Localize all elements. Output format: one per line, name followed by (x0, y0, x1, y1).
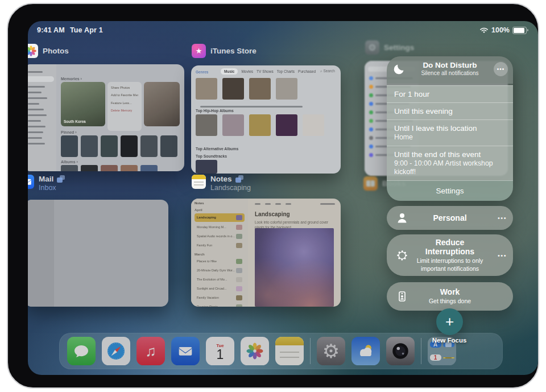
books-app-icon (363, 176, 378, 191)
notes-row-selected: Landscaping (195, 213, 245, 222)
photos-card-label: Photos (28, 44, 69, 58)
dock-mail-icon[interactable] (171, 337, 200, 365)
focus-work-button[interactable]: Work Get things done (387, 282, 513, 311)
wifi-icon (479, 27, 489, 34)
personal-more-button[interactable]: ••• (498, 214, 507, 221)
itunes-store-app-card[interactable]: Genres Music Movies TV Shows Top Charts … (191, 65, 341, 174)
mail-card-label: Mail Inbox (28, 175, 65, 192)
photos-card-title: Photos (43, 47, 69, 55)
do-not-disturb-header: Do Not Disturb Silence all notifications… (387, 56, 513, 84)
itunes-card-title: iTunes Store (210, 47, 257, 55)
itunes-tab-topcharts: Top Charts (277, 69, 295, 73)
notes-app-icon (192, 175, 206, 189)
itunes-genres-link: Genres (196, 70, 208, 74)
itunes-store-app-icon: ★ (192, 44, 206, 58)
app-switcher-screen: 9:41 AM Tue Apr 1 100% (28, 21, 538, 375)
photos-sidebar (28, 64, 56, 171)
personal-label: Personal (408, 213, 491, 222)
app-library-mini-calendar: 1 (430, 354, 441, 361)
focus-settings-button[interactable]: Settings (387, 180, 513, 201)
note-photo-iris (255, 228, 334, 307)
memory-thumb-south-korea: South Korea (61, 82, 105, 126)
mail-card-subtitle: Inbox (39, 184, 65, 192)
status-bar-left: 9:41 AM Tue Apr 1 (37, 26, 103, 34)
calendar-day: 1 (217, 348, 224, 361)
notes-card-label: Notes Landscaping (192, 175, 251, 192)
itunes-card-label: ★ iTunes Store (192, 44, 257, 58)
focus-personal-button[interactable]: Personal ••• (387, 206, 513, 230)
app-library-mini-notes (443, 357, 454, 358)
work-subtitle: Get things done (404, 298, 496, 305)
option-until-this-evening[interactable]: Until this evening (387, 102, 513, 119)
dock-calendar-icon[interactable]: Tue 1 (206, 337, 234, 365)
notes-group-march: March (195, 253, 245, 256)
focus-reduce-interruptions-button[interactable]: Reduce Interruptions Limit interruptions… (387, 234, 513, 276)
multiple-windows-icon (235, 175, 243, 183)
itunes-tab-purchased: Purchased (298, 69, 316, 73)
dock-divider (310, 338, 311, 364)
dock-safari-icon[interactable] (102, 337, 130, 365)
notes-group-april: April (195, 208, 245, 212)
itunes-section-hiphop: Top Hip-Hop Albums (196, 109, 234, 113)
dock-messages-icon[interactable] (67, 337, 96, 365)
notes-card-subtitle: Landscaping (210, 184, 251, 192)
itunes-tab-movies: Movies (241, 69, 253, 73)
photos-albums-header: Albums › (61, 160, 78, 164)
notes-sidebar: Notes April Landscaping Monday Morning M… (191, 199, 248, 307)
do-not-disturb-more-button[interactable]: ••• (494, 62, 508, 76)
battery-icon (512, 27, 527, 34)
photos-pinned-row (61, 135, 177, 157)
dock-weather-icon[interactable] (351, 337, 380, 365)
work-title: Work (415, 287, 485, 296)
photos-app-icon (28, 44, 38, 58)
itunes-section-soundtracks: Top Soundtracks (196, 154, 227, 158)
do-not-disturb-panel: Do Not Disturb Silence all notifications… (387, 56, 513, 201)
settings-card-label: ⚙ Settings (365, 40, 414, 55)
reduce-interruptions-icon (395, 249, 409, 262)
status-time: 9:41 AM (37, 26, 65, 34)
work-badge-icon (395, 290, 409, 303)
dock-settings-icon[interactable]: ⚙ (317, 337, 345, 365)
battery-percent: 100% (491, 26, 510, 34)
memory-thumb-2 (144, 82, 180, 126)
focus-title: Do Not Disturb (407, 61, 493, 69)
notes-app-card[interactable]: Notes April Landscaping Monday Morning M… (191, 199, 341, 307)
new-focus-button[interactable]: + (436, 308, 463, 335)
memory-caption: South Korea (64, 119, 86, 123)
itunes-album-row-2 (196, 114, 324, 136)
option-until-leave-location[interactable]: Until I leave this location Home (387, 119, 513, 146)
itunes-soundtrack-thumb (196, 160, 217, 174)
photos-app-card[interactable]: Memories › South Korea Share Photos Add … (28, 64, 184, 171)
status-date: Tue Apr 1 (70, 26, 103, 34)
itunes-album-row-1 (196, 78, 297, 100)
dock-photos-icon[interactable] (241, 337, 269, 365)
itunes-tab-tvshows: TV Shows (257, 69, 274, 73)
settings-card-title: Settings (384, 43, 414, 52)
itunes-section-alternative: Top Alternative Albums (196, 147, 238, 151)
mail-app-card[interactable] (28, 200, 168, 307)
multiple-windows-icon (57, 175, 65, 183)
person-icon (395, 211, 409, 225)
option-until-end-of-event[interactable]: Until the end of this event 9:00 - 10:00… (387, 146, 513, 180)
reduce-interruptions-more-button[interactable]: ••• (498, 252, 507, 259)
photos-albums-row (61, 165, 158, 171)
itunes-tab-music: Music (221, 68, 238, 75)
dock-music-icon[interactable]: ♫ (136, 337, 165, 365)
settings-app-icon: ⚙ (365, 40, 379, 55)
note-title: Landscaping (255, 211, 290, 217)
focus-subtitle: Silence all notifications (407, 70, 493, 76)
dock-notes-icon[interactable] (275, 337, 304, 365)
notes-toolbar (255, 203, 335, 205)
notes-card-title: Notes (210, 175, 232, 183)
photos-memories-header: Memories › (61, 77, 82, 81)
status-bar-right: 100% (479, 26, 527, 34)
itunes-search: ⌕ Search (320, 69, 335, 73)
mail-app-icon (28, 175, 34, 189)
option-for-1-hour[interactable]: For 1 hour (387, 85, 513, 102)
photos-context-menu: Share Photos Add to Favorite Memories Fe… (107, 82, 142, 131)
itunes-tab-bar: Music Movies TV Shows Top Charts Purchas… (221, 68, 316, 75)
plus-icon: + (445, 313, 454, 331)
notes-sidebar-title: Notes (195, 201, 245, 205)
mail-sidebar (28, 200, 54, 307)
moon-icon (393, 63, 406, 75)
